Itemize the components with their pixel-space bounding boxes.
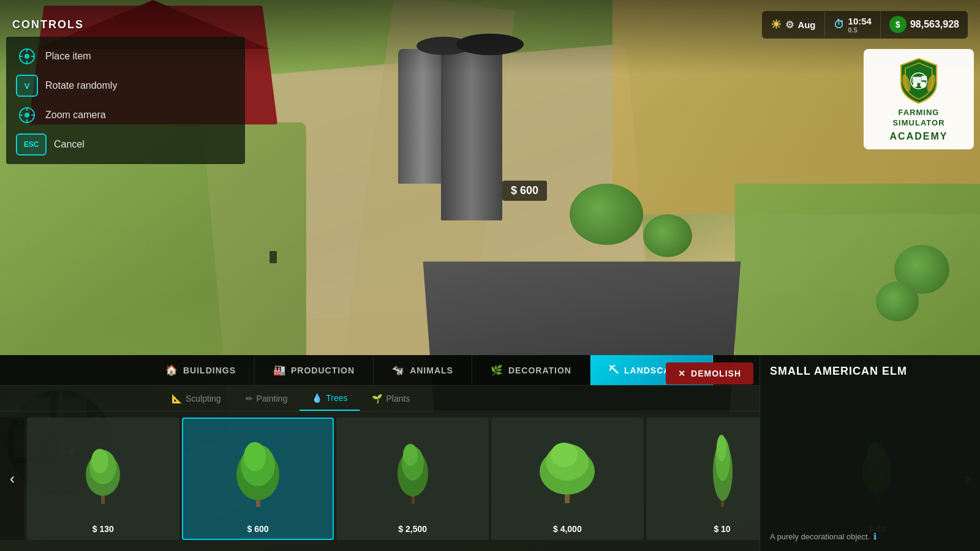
landscaping-icon: ⛏ [609, 365, 619, 376]
tree-price-4: $ 4,000 [553, 524, 582, 534]
svg-point-36 [91, 449, 108, 473]
demolish-label: DEMOLISH [691, 369, 741, 378]
svg-point-1 [24, 54, 29, 59]
rotate-key: V [16, 75, 38, 97]
control-place: Place item [6, 42, 245, 71]
control-cancel: ESC Cancel [6, 130, 245, 159]
svg-point-44 [403, 444, 418, 466]
painting-label: Painting [257, 394, 288, 403]
sculpting-icon: 📐 [172, 394, 182, 403]
tree-visual-1 [28, 419, 178, 524]
controls-panel: Place item V Rotate randomly Zoom camera… [6, 37, 245, 164]
item-detail-panel: SMALL AMERICAN ELM A purely decorational… [760, 355, 980, 551]
zoom-icon [16, 104, 38, 126]
tree-price-1: $ 130 [92, 524, 114, 534]
svg-rect-16 [921, 76, 927, 80]
production-icon: 🏭 [273, 364, 286, 376]
painting-icon: ✏ [246, 394, 253, 403]
svg-point-7 [24, 113, 29, 118]
nav-prev[interactable]: ‹ [0, 418, 24, 540]
animals-icon: 🐄 [392, 364, 405, 376]
svg-point-15 [920, 81, 926, 88]
svg-point-52 [717, 435, 726, 462]
decoration-icon: 🌿 [491, 364, 503, 376]
svg-point-48 [551, 443, 578, 467]
tree-item-3[interactable]: $ 2,500 [336, 418, 489, 540]
demolish-button[interactable]: ✕ DEMOLISH [666, 362, 753, 384]
svg-point-40 [244, 442, 266, 471]
trees-icon: 💧 [312, 393, 322, 403]
tab-decoration[interactable]: 🌿 DECORATION [472, 355, 590, 385]
subtab-sculpting[interactable]: 📐 Sculpting [159, 386, 233, 411]
subtab-trees[interactable]: 💧 Trees [300, 386, 360, 411]
svg-point-14 [913, 83, 918, 87]
tree-item-2[interactable]: $ 600 [182, 418, 334, 540]
academy-logo: FARMING SIMULATOR ACADEMY [864, 49, 974, 149]
info-icon: ℹ [873, 531, 876, 541]
tab-production[interactable]: 🏭 PRODUCTION [255, 355, 374, 385]
subtab-painting[interactable]: ✏ Painting [233, 386, 300, 411]
animals-label: ANIMALS [410, 365, 453, 375]
tab-animals[interactable]: 🐄 ANIMALS [374, 355, 472, 385]
decoration-label: DECORATION [508, 365, 571, 375]
cancel-label: Cancel [54, 139, 85, 150]
academy-name: FARMING SIMULATOR [871, 108, 967, 129]
price-bubble: $ 600 [502, 181, 547, 201]
tree-price-5: $ 10 [714, 524, 730, 534]
tree-price-2: $ 600 [247, 524, 268, 534]
plants-label: Plants [386, 394, 410, 403]
control-zoom: Zoom camera [6, 100, 245, 130]
plants-icon: 🌱 [372, 394, 382, 403]
subtab-plants[interactable]: 🌱 Plants [360, 386, 422, 411]
academy-shield-icon [894, 56, 943, 105]
tree-visual-3 [337, 419, 488, 524]
tree-item-1[interactable]: $ 130 [27, 418, 179, 540]
place-icon [16, 45, 38, 67]
zoom-label: Zoom camera [45, 110, 106, 121]
tree-visual-4 [492, 419, 643, 524]
rotate-label: Rotate randomly [45, 80, 117, 91]
tree-visual-2 [183, 419, 333, 524]
tree-item-4[interactable]: $ 4,000 [491, 418, 644, 540]
svg-rect-13 [913, 77, 922, 83]
item-desc-text: A purely decorational object. [770, 532, 870, 541]
production-label: PRODUCTION [291, 365, 355, 375]
academy-subtitle: ACADEMY [890, 131, 948, 142]
sculpting-label: Sculpting [186, 394, 221, 403]
item-name: SMALL AMERICAN ELM [770, 365, 970, 378]
buildings-icon: 🏠 [165, 364, 178, 376]
tab-buildings[interactable]: 🏠 BUILDINGS [147, 355, 255, 385]
control-rotate: V Rotate randomly [6, 71, 245, 100]
tree-price-3: $ 2,500 [398, 524, 427, 534]
item-description: A purely decorational object. ℹ [770, 531, 970, 541]
esc-key: ESC [16, 133, 47, 156]
place-label: Place item [45, 51, 91, 62]
demolish-x-icon: ✕ [678, 369, 686, 378]
buildings-label: BUILDINGS [183, 365, 236, 375]
trees-label: Trees [326, 393, 347, 403]
